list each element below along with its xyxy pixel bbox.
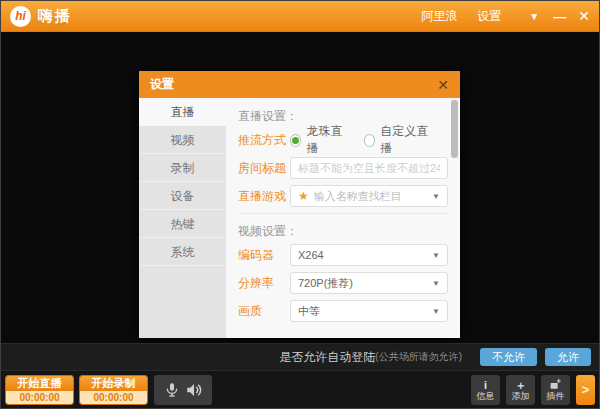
notification-bar: 是否允许自动登陆 (公共场所请勿允许) 不允许 允许 <box>1 343 599 370</box>
radio-longzhu-live[interactable]: 龙珠直播 <box>290 123 348 157</box>
radio-custom-live[interactable]: 自定义直播 <box>364 123 432 157</box>
room-title-input[interactable] <box>290 157 448 179</box>
quality-value: 中等 <box>298 304 320 319</box>
titlebar-controls: 阿里浪 设置 ▼ — ✕ <box>401 8 590 25</box>
start-record-timer: 00:00:00 <box>80 391 147 404</box>
allow-button[interactable]: 允许 <box>545 348 591 366</box>
app-window: hi 嗨播 阿里浪 设置 ▼ — ✕ 设置 ✕ 直播 视频 录制 设备 热键 <box>0 0 600 409</box>
radio-longzhu-label: 龙珠直播 <box>306 123 347 157</box>
video-settings-heading: 视频设置： <box>238 221 448 241</box>
main-area: 设置 ✕ 直播 视频 录制 设备 热键 系统 直播设置： 推流方式 <box>1 32 599 343</box>
minimize-button[interactable]: — <box>553 9 566 24</box>
deny-button[interactable]: 不允许 <box>480 348 537 366</box>
add-button[interactable]: ＋ 添加 <box>506 375 535 405</box>
live-game-dropdown[interactable]: ★ 输入名称查找栏目 ▼ <box>290 185 448 207</box>
encoder-value: X264 <box>298 249 324 261</box>
star-icon: ★ <box>298 189 309 203</box>
start-live-timer: 00:00:00 <box>6 391 73 404</box>
info-button-label: 信息 <box>477 391 495 401</box>
dialog-header: 设置 ✕ <box>139 71 460 98</box>
resolution-value: 720P(推荐) <box>298 276 353 291</box>
chevron-down-icon: ▼ <box>432 251 440 260</box>
notification-message: 是否允许自动登陆 <box>279 349 375 366</box>
resolution-label: 分辨率 <box>238 275 290 292</box>
radio-unselected-icon[interactable] <box>364 134 375 147</box>
chevron-down-icon: ▼ <box>432 307 440 316</box>
chevron-down-icon: ▼ <box>432 192 440 201</box>
encoder-label: 编码器 <box>238 247 290 264</box>
chevron-down-icon: ▼ <box>432 279 440 288</box>
start-record-label: 开始录制 <box>80 376 147 391</box>
dialog-title: 设置 <box>150 76 174 93</box>
microphone-icon[interactable] <box>161 381 183 399</box>
app-title: 嗨播 <box>38 7 72 26</box>
expand-panel-button[interactable]: > <box>576 375 595 405</box>
quality-label: 画质 <box>238 303 290 320</box>
plugin-icon <box>549 378 562 391</box>
close-button[interactable]: ✕ <box>578 8 590 24</box>
stream-method-row: 推流方式 龙珠直播 自定义直播 <box>238 129 448 151</box>
plugin-button-label: 插件 <box>547 391 565 401</box>
dialog-scrollbar[interactable] <box>451 100 458 158</box>
add-button-label: 添加 <box>512 391 530 401</box>
sidebar-item-hotkey[interactable]: 热键 <box>139 210 226 238</box>
dialog-sidebar: 直播 视频 录制 设备 热键 系统 <box>139 98 226 338</box>
section-divider <box>238 213 448 214</box>
sidebar-item-record[interactable]: 录制 <box>139 154 226 182</box>
dialog-close-icon[interactable]: ✕ <box>437 77 449 93</box>
quality-dropdown[interactable]: 中等 ▼ <box>290 300 448 322</box>
live-game-label: 直播游戏 <box>238 188 290 205</box>
titlebar-link-aliwave[interactable]: 阿里浪 <box>421 8 457 25</box>
encoder-dropdown[interactable]: X264 ▼ <box>290 244 448 266</box>
stream-method-radio-group: 龙珠直播 自定义直播 <box>290 123 448 157</box>
room-title-label: 房间标题 <box>238 160 290 177</box>
titlebar-link-settings[interactable]: 设置 <box>477 8 501 25</box>
sidebar-item-system[interactable]: 系统 <box>139 238 226 266</box>
stream-method-label: 推流方式 <box>238 132 290 149</box>
speaker-icon[interactable] <box>183 381 205 399</box>
start-live-label: 开始直播 <box>6 376 73 391</box>
app-logo-icon: hi <box>10 6 31 27</box>
live-game-row: 直播游戏 ★ 输入名称查找栏目 ▼ <box>238 185 448 207</box>
info-icon: i <box>484 379 487 391</box>
encoder-row: 编码器 X264 ▼ <box>238 244 448 266</box>
title-bar: hi 嗨播 阿里浪 设置 ▼ — ✕ <box>1 1 599 32</box>
dialog-body: 直播 视频 录制 设备 热键 系统 直播设置： 推流方式 龙珠直播 <box>139 98 460 338</box>
sidebar-item-live[interactable]: 直播 <box>139 98 226 126</box>
radio-selected-icon[interactable] <box>290 134 301 147</box>
info-button[interactable]: i 信息 <box>471 375 500 405</box>
bottom-toolbar: 开始直播 00:00:00 开始录制 00:00:00 <box>1 370 599 408</box>
plus-icon: ＋ <box>515 379 526 391</box>
resolution-dropdown[interactable]: 720P(推荐) ▼ <box>290 272 448 294</box>
live-game-placeholder: 输入名称查找栏目 <box>314 189 402 204</box>
settings-dialog: 设置 ✕ 直播 视频 录制 设备 热键 系统 直播设置： 推流方式 <box>139 71 460 338</box>
sidebar-item-device[interactable]: 设备 <box>139 182 226 210</box>
start-record-button[interactable]: 开始录制 00:00:00 <box>79 375 148 405</box>
room-title-row: 房间标题 <box>238 157 448 179</box>
plugin-button[interactable]: 插件 <box>541 375 570 405</box>
sidebar-item-video[interactable]: 视频 <box>139 126 226 154</box>
quality-row: 画质 中等 ▼ <box>238 300 448 322</box>
resolution-row: 分辨率 720P(推荐) ▼ <box>238 272 448 294</box>
start-live-button[interactable]: 开始直播 00:00:00 <box>5 375 74 405</box>
audio-controls <box>154 375 212 405</box>
dialog-content: 直播设置： 推流方式 龙珠直播 自定义直播 <box>226 98 470 338</box>
radio-custom-label: 自定义直播 <box>380 123 432 157</box>
notification-note: (公共场所请勿允许) <box>375 350 462 364</box>
chevron-down-icon[interactable]: ▼ <box>529 11 539 22</box>
